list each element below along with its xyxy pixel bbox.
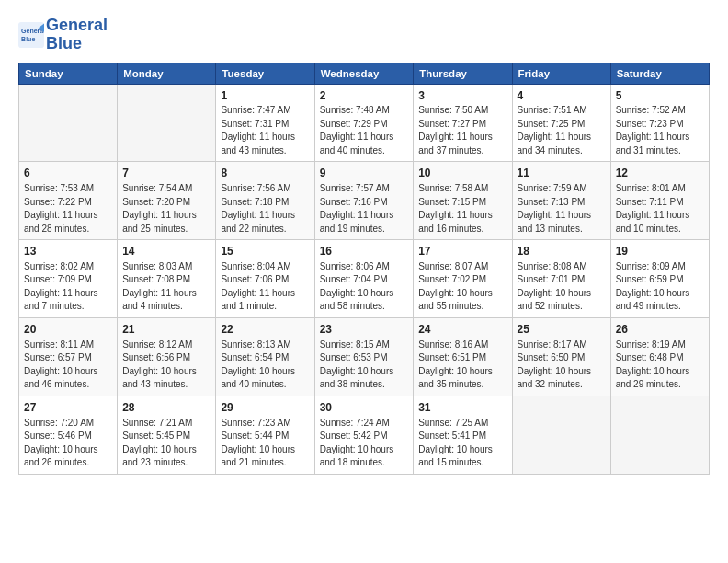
day-info: Sunrise: 8:16 AM Sunset: 6:51 PM Dayligh… — [418, 339, 506, 392]
calendar-cell — [512, 396, 610, 474]
calendar-cell: 29Sunrise: 7:23 AM Sunset: 5:44 PM Dayli… — [216, 396, 314, 474]
day-number: 22 — [221, 322, 309, 338]
day-info: Sunrise: 8:04 AM Sunset: 7:06 PM Dayligh… — [221, 260, 309, 314]
week-row-5: 27Sunrise: 7:20 AM Sunset: 5:46 PM Dayli… — [19, 396, 710, 474]
day-number: 1 — [221, 88, 309, 104]
calendar-cell: 25Sunrise: 8:17 AM Sunset: 6:50 PM Dayli… — [512, 317, 610, 396]
day-info: Sunrise: 7:25 AM Sunset: 5:41 PM Dayligh… — [418, 417, 506, 470]
calendar-cell: 24Sunrise: 8:16 AM Sunset: 6:51 PM Dayli… — [414, 317, 512, 396]
day-info: Sunrise: 7:23 AM Sunset: 5:44 PM Dayligh… — [221, 417, 309, 470]
day-number: 10 — [418, 166, 506, 181]
day-info: Sunrise: 8:12 AM Sunset: 6:56 PM Dayligh… — [122, 339, 210, 392]
day-number: 5 — [616, 88, 704, 104]
calendar-cell: 22Sunrise: 8:13 AM Sunset: 6:54 PM Dayli… — [216, 317, 314, 396]
day-number: 2 — [320, 88, 409, 104]
day-number: 20 — [24, 322, 112, 338]
day-info: Sunrise: 8:01 AM Sunset: 7:11 PM Dayligh… — [616, 182, 704, 236]
day-number: 4 — [518, 88, 606, 104]
day-info: Sunrise: 7:47 AM Sunset: 7:31 PM Dayligh… — [221, 104, 309, 157]
calendar-cell: 30Sunrise: 7:24 AM Sunset: 5:42 PM Dayli… — [314, 396, 414, 474]
day-number: 25 — [518, 322, 606, 338]
calendar-cell: 3Sunrise: 7:50 AM Sunset: 7:27 PM Daylig… — [414, 84, 512, 162]
day-info: Sunrise: 8:06 AM Sunset: 7:04 PM Dayligh… — [320, 260, 409, 314]
calendar-cell: 27Sunrise: 7:20 AM Sunset: 5:46 PM Dayli… — [19, 396, 118, 474]
calendar-cell: 1Sunrise: 7:47 AM Sunset: 7:31 PM Daylig… — [216, 84, 314, 162]
calendar-cell: 31Sunrise: 7:25 AM Sunset: 5:41 PM Dayli… — [414, 396, 512, 474]
week-row-3: 13Sunrise: 8:02 AM Sunset: 7:09 PM Dayli… — [19, 240, 710, 318]
day-info: Sunrise: 8:02 AM Sunset: 7:09 PM Dayligh… — [24, 260, 112, 314]
day-number: 19 — [616, 244, 704, 259]
day-number: 18 — [518, 244, 606, 259]
day-info: Sunrise: 7:53 AM Sunset: 7:22 PM Dayligh… — [24, 182, 112, 236]
calendar-cell: 14Sunrise: 8:03 AM Sunset: 7:08 PM Dayli… — [118, 240, 216, 318]
logo: General Blue General Blue — [18, 17, 108, 53]
weekday-header-sunday: Sunday — [19, 63, 118, 84]
day-number: 26 — [616, 322, 704, 338]
day-info: Sunrise: 8:03 AM Sunset: 7:08 PM Dayligh… — [122, 260, 210, 314]
day-number: 3 — [418, 88, 506, 104]
day-number: 23 — [320, 322, 409, 338]
day-number: 6 — [24, 166, 112, 181]
weekday-header-row: SundayMondayTuesdayWednesdayThursdayFrid… — [19, 63, 710, 84]
day-number: 16 — [320, 244, 409, 259]
day-number: 13 — [24, 244, 112, 259]
calendar-cell: 21Sunrise: 8:12 AM Sunset: 6:56 PM Dayli… — [118, 317, 216, 396]
calendar-cell: 15Sunrise: 8:04 AM Sunset: 7:06 PM Dayli… — [216, 240, 314, 318]
day-info: Sunrise: 8:13 AM Sunset: 6:54 PM Dayligh… — [221, 339, 309, 392]
logo-icon: General Blue — [18, 22, 44, 48]
calendar-cell: 5Sunrise: 7:52 AM Sunset: 7:23 PM Daylig… — [610, 84, 709, 162]
week-row-4: 20Sunrise: 8:11 AM Sunset: 6:57 PM Dayli… — [19, 317, 710, 396]
calendar-cell: 11Sunrise: 7:59 AM Sunset: 7:13 PM Dayli… — [512, 162, 610, 240]
calendar-cell — [19, 84, 118, 162]
day-number: 29 — [221, 400, 309, 416]
calendar-cell: 9Sunrise: 7:57 AM Sunset: 7:16 PM Daylig… — [314, 162, 414, 240]
calendar-cell: 13Sunrise: 8:02 AM Sunset: 7:09 PM Dayli… — [19, 240, 118, 318]
calendar-cell: 23Sunrise: 8:15 AM Sunset: 6:53 PM Dayli… — [314, 317, 414, 396]
calendar-cell — [610, 396, 709, 474]
calendar-cell: 7Sunrise: 7:54 AM Sunset: 7:20 PM Daylig… — [118, 162, 216, 240]
day-number: 24 — [418, 322, 506, 338]
day-number: 14 — [122, 244, 210, 259]
day-number: 27 — [24, 400, 112, 416]
svg-rect-0 — [18, 22, 44, 48]
day-info: Sunrise: 7:59 AM Sunset: 7:13 PM Dayligh… — [518, 182, 606, 236]
day-info: Sunrise: 7:54 AM Sunset: 7:20 PM Dayligh… — [122, 182, 210, 236]
day-info: Sunrise: 7:58 AM Sunset: 7:15 PM Dayligh… — [418, 182, 506, 236]
day-number: 8 — [221, 166, 309, 181]
day-info: Sunrise: 7:50 AM Sunset: 7:27 PM Dayligh… — [418, 104, 506, 157]
day-number: 30 — [320, 400, 409, 416]
day-number: 31 — [418, 400, 506, 416]
weekday-header-saturday: Saturday — [610, 63, 709, 84]
day-info: Sunrise: 7:52 AM Sunset: 7:23 PM Dayligh… — [616, 104, 704, 157]
calendar-cell: 20Sunrise: 8:11 AM Sunset: 6:57 PM Dayli… — [19, 317, 118, 396]
calendar-cell: 26Sunrise: 8:19 AM Sunset: 6:48 PM Dayli… — [610, 317, 709, 396]
calendar-cell: 8Sunrise: 7:56 AM Sunset: 7:18 PM Daylig… — [216, 162, 314, 240]
day-number: 12 — [616, 166, 704, 181]
calendar-page: General Blue General Blue SundayMondayTu… — [0, 0, 728, 563]
day-info: Sunrise: 8:07 AM Sunset: 7:02 PM Dayligh… — [418, 260, 506, 314]
day-info: Sunrise: 7:20 AM Sunset: 5:46 PM Dayligh… — [24, 417, 112, 470]
calendar-cell: 19Sunrise: 8:09 AM Sunset: 6:59 PM Dayli… — [610, 240, 709, 318]
calendar-cell: 12Sunrise: 8:01 AM Sunset: 7:11 PM Dayli… — [610, 162, 709, 240]
calendar-cell: 17Sunrise: 8:07 AM Sunset: 7:02 PM Dayli… — [414, 240, 512, 318]
calendar-cell: 16Sunrise: 8:06 AM Sunset: 7:04 PM Dayli… — [314, 240, 414, 318]
calendar-cell: 10Sunrise: 7:58 AM Sunset: 7:15 PM Dayli… — [414, 162, 512, 240]
weekday-header-thursday: Thursday — [414, 63, 512, 84]
day-number: 21 — [122, 322, 210, 338]
day-info: Sunrise: 7:24 AM Sunset: 5:42 PM Dayligh… — [320, 417, 409, 470]
day-info: Sunrise: 8:08 AM Sunset: 7:01 PM Dayligh… — [518, 260, 606, 314]
week-row-1: 1Sunrise: 7:47 AM Sunset: 7:31 PM Daylig… — [19, 84, 710, 162]
logo-text-line2: Blue — [46, 35, 108, 53]
calendar-table: SundayMondayTuesdayWednesdayThursdayFrid… — [18, 63, 710, 475]
day-info: Sunrise: 8:09 AM Sunset: 6:59 PM Dayligh… — [616, 260, 704, 314]
week-row-2: 6Sunrise: 7:53 AM Sunset: 7:22 PM Daylig… — [19, 162, 710, 240]
calendar-cell — [118, 84, 216, 162]
day-info: Sunrise: 7:21 AM Sunset: 5:45 PM Dayligh… — [122, 417, 210, 470]
calendar-cell: 28Sunrise: 7:21 AM Sunset: 5:45 PM Dayli… — [118, 396, 216, 474]
day-number: 11 — [518, 166, 606, 181]
day-number: 17 — [418, 244, 506, 259]
logo-text-line1: General — [46, 17, 108, 35]
weekday-header-wednesday: Wednesday — [314, 63, 414, 84]
calendar-cell: 2Sunrise: 7:48 AM Sunset: 7:29 PM Daylig… — [314, 84, 414, 162]
day-info: Sunrise: 7:51 AM Sunset: 7:25 PM Dayligh… — [518, 104, 606, 157]
